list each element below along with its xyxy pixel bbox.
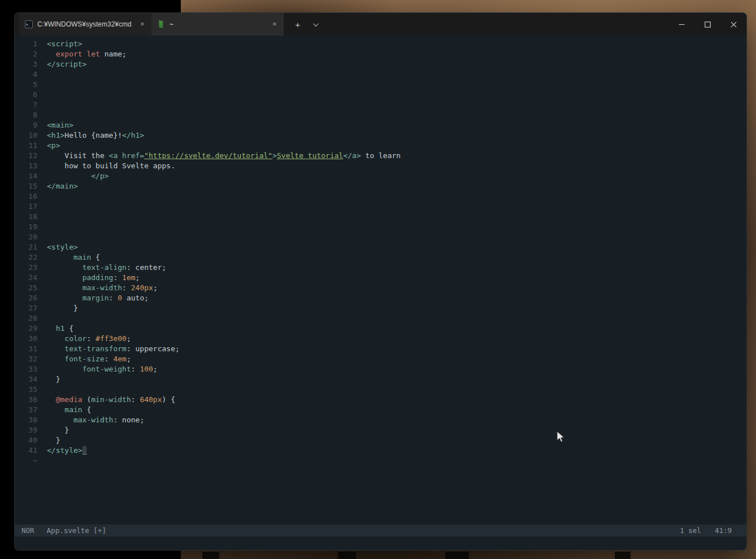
code-line[interactable]: 27 } [15,303,746,313]
new-tab-button[interactable]: + [289,13,306,36]
code-line[interactable]: 14 </p> [15,171,746,181]
tab-title: ~ [170,20,266,28]
minimize-button[interactable] [668,13,694,36]
code-line[interactable]: 10<h1>Hello {name}!</h1> [15,130,746,141]
line-number: 36 [15,395,37,405]
code-line[interactable]: 8 [15,110,746,120]
line-number: 8 [15,110,37,120]
line-number: 25 [15,283,37,293]
line-number: 9 [15,120,37,130]
line-content: </p> [47,171,109,181]
line-number: 17 [15,202,37,212]
tab-close-icon[interactable]: ✕ [138,20,147,29]
tab-editor[interactable]: ~ ✕ [151,13,284,36]
line-number: 21 [15,242,37,252]
code-line[interactable]: 38 max-width: none; [15,415,746,425]
code-line[interactable]: 6 [15,90,746,100]
line-number: 40 [15,435,37,446]
line-content: <h1>Hello {name}!</h1> [47,130,144,141]
line-number: 29 [15,324,37,334]
line-number: 32 [15,354,37,364]
filename-label: App.svelte [+] [47,526,680,535]
line-content: <main> [47,120,73,130]
window-titlebar[interactable]: C:¥WINDOWS¥system32¥cmd ✕ ~ ✕ + [15,13,746,36]
code-line[interactable]: 25 max-width: 240px; [15,283,746,293]
code-line[interactable]: 20 [15,232,746,242]
code-line[interactable]: 31 text-transform: uppercase; [15,344,746,354]
line-content: color: #ff3e00; [47,334,131,344]
code-line[interactable]: 1<script> [15,39,746,49]
code-line[interactable]: 23 text-align: center; [15,263,746,273]
code-line[interactable]: 4 [15,69,746,80]
code-line[interactable]: 11<p> [15,141,746,151]
code-line[interactable]: 12 Visit the <a href="https://svelte.dev… [15,151,746,161]
line-number: 34 [15,374,37,385]
code-line[interactable]: 9<main> [15,120,746,130]
code-line[interactable]: 24 padding: 1em; [15,273,746,283]
status-bar: NOR App.svelte [+] 1 sel 41:9 [15,525,746,536]
buffer-end-tilde: ~ [15,456,37,466]
titlebar-drag-area[interactable] [323,13,668,36]
line-number: 33 [15,364,37,374]
line-number: 26 [15,293,37,303]
line-number: 16 [15,191,37,202]
line-content: font-size: 4em; [47,354,131,364]
line-number: 3 [15,59,37,69]
line-content: max-width: 240px; [47,283,158,293]
code-line[interactable]: 36 @media (min-width: 640px) { [15,395,746,405]
code-line[interactable]: 41</style>_ [15,446,746,456]
cmd-icon [25,20,33,28]
code-line[interactable]: 22 main { [15,252,746,263]
line-number: 12 [15,151,37,161]
code-line[interactable]: 34 } [15,374,746,385]
code-line[interactable]: 35 [15,385,746,395]
line-number: 23 [15,263,37,273]
editor-viewport[interactable]: 1<script>2 export let name;3</script>456… [15,36,746,525]
line-number: 7 [15,100,37,110]
tab-cmd[interactable]: C:¥WINDOWS¥system32¥cmd ✕ [19,13,151,36]
line-number: 22 [15,252,37,263]
line-content: } [47,435,60,446]
maximize-button[interactable] [694,13,720,36]
line-number: 10 [15,130,37,141]
code-line[interactable]: 7 [15,100,746,110]
terminal-window: C:¥WINDOWS¥system32¥cmd ✕ ~ ✕ + 1<script… [14,12,747,551]
line-number: 31 [15,344,37,354]
line-content: margin: 0 auto; [47,293,149,303]
close-button[interactable] [720,13,746,36]
window-controls [668,13,746,36]
code-line[interactable]: 5 [15,80,746,90]
code-line[interactable]: 28 [15,313,746,324]
code-line[interactable]: 37 main { [15,405,746,415]
line-number: 1 [15,39,37,49]
line-number: 28 [15,313,37,324]
line-content: main { [47,405,91,415]
code-line[interactable]: 19 [15,222,746,232]
tab-close-icon[interactable]: ✕ [270,20,279,29]
cursor-position: 41:9 [715,526,732,535]
code-line[interactable]: 39 } [15,425,746,435]
code-line[interactable]: 40 } [15,435,746,446]
minimize-icon [679,21,685,28]
line-content: } [47,303,78,313]
line-content: how to build Svelte apps. [47,161,175,171]
editor-lines: 1<script>2 export let name;3</script>456… [15,39,746,456]
code-line[interactable]: 13 how to build Svelte apps. [15,161,746,171]
line-content: <p> [47,141,60,151]
tab-title: C:¥WINDOWS¥system32¥cmd [37,20,133,28]
code-line[interactable]: 17 [15,202,746,212]
tab-dropdown-button[interactable] [306,13,323,36]
code-line[interactable]: 16 [15,191,746,202]
line-content: main { [47,252,100,263]
code-line[interactable]: 33 font-weight: 100; [15,364,746,374]
code-line[interactable]: 2 export let name; [15,49,746,59]
line-number: 35 [15,385,37,395]
code-line[interactable]: 32 font-size: 4em; [15,354,746,364]
code-line[interactable]: 26 margin: 0 auto; [15,293,746,303]
code-line[interactable]: 15</main> [15,181,746,191]
code-line[interactable]: 29 h1 { [15,324,746,334]
code-line[interactable]: 21<style> [15,242,746,252]
code-line[interactable]: 30 color: #ff3e00; [15,334,746,344]
code-line[interactable]: 18 [15,212,746,222]
code-line[interactable]: 3</script> [15,59,746,69]
